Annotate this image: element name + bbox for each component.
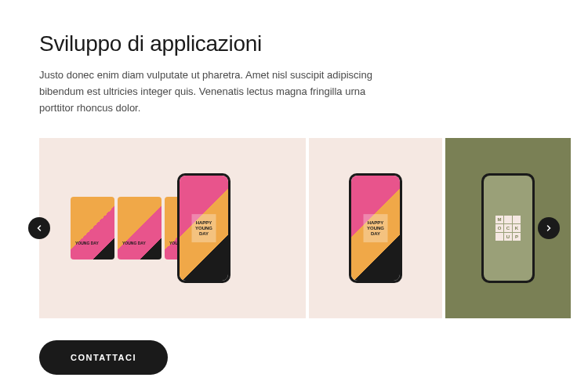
phone-screen: HAPPY YOUNG DAY bbox=[351, 176, 400, 281]
logo-letter: U bbox=[504, 233, 512, 241]
phone-screen: M O C K U P bbox=[484, 176, 532, 281]
phone-screen: HAPPY YOUNG DAY bbox=[180, 176, 228, 281]
mockup-logo: M O C K U P bbox=[495, 216, 521, 241]
carousel-prev-button[interactable] bbox=[28, 217, 50, 239]
logo-letter bbox=[513, 216, 521, 223]
card-label: YOUNG DAY bbox=[75, 241, 99, 245]
logo-letter bbox=[495, 233, 503, 241]
phone-mockup: HAPPY YOUNG DAY bbox=[177, 173, 230, 283]
page-description: Justo donec enim diam vulputate ut phare… bbox=[39, 67, 400, 116]
logo-letter: P bbox=[513, 233, 521, 241]
logo-letter bbox=[504, 216, 512, 223]
page-title: Sviluppo di applicazioni bbox=[39, 31, 549, 56]
logo-letter: O bbox=[495, 224, 503, 232]
mockup-card: YOUNG DAY bbox=[118, 197, 162, 260]
screen-headline: HAPPY YOUNG DAY bbox=[364, 215, 388, 243]
logo-letter: K bbox=[513, 224, 521, 232]
phone-mockup: HAPPY YOUNG DAY bbox=[349, 173, 402, 283]
contact-button[interactable]: Contattaci bbox=[39, 340, 168, 375]
chevron-left-icon bbox=[35, 224, 43, 232]
carousel-slide[interactable]: YOUNG DAY YOUNG DAY YOUNG DAY HAPPY YOUN… bbox=[39, 138, 306, 318]
chevron-right-icon bbox=[545, 224, 553, 232]
logo-letter: C bbox=[504, 224, 512, 232]
card-label: YOUNG DAY bbox=[122, 241, 146, 245]
mockup-card: YOUNG DAY bbox=[71, 197, 114, 260]
carousel: YOUNG DAY YOUNG DAY YOUNG DAY HAPPY YOUN… bbox=[39, 138, 549, 318]
phone-mockup: M O C K U P bbox=[481, 173, 535, 283]
slide-content: YOUNG DAY YOUNG DAY YOUNG DAY HAPPY YOUN… bbox=[55, 154, 290, 303]
carousel-slide[interactable]: HAPPY YOUNG DAY bbox=[309, 138, 442, 318]
screen-headline: HAPPY YOUNG DAY bbox=[192, 215, 216, 243]
logo-letter: M bbox=[495, 216, 503, 223]
carousel-next-button[interactable] bbox=[538, 217, 560, 239]
